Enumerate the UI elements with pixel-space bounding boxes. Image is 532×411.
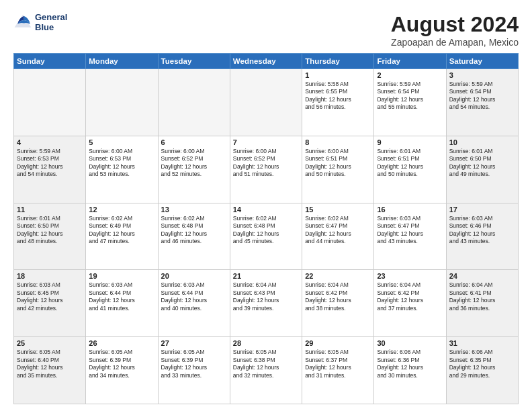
day-number: 25 bbox=[17, 339, 83, 347]
day-info: Sunrise: 6:00 AM Sunset: 6:52 PM Dayligh… bbox=[233, 148, 299, 179]
calendar-cell bbox=[158, 69, 230, 136]
day-info: Sunrise: 6:01 AM Sunset: 6:50 PM Dayligh… bbox=[17, 215, 83, 246]
day-info: Sunrise: 5:59 AM Sunset: 6:54 PM Dayligh… bbox=[377, 81, 443, 111]
calendar-cell: 17Sunrise: 6:03 AM Sunset: 6:46 PM Dayli… bbox=[446, 203, 518, 270]
day-info: Sunrise: 6:05 AM Sunset: 6:38 PM Dayligh… bbox=[233, 349, 299, 379]
day-number: 5 bbox=[89, 138, 154, 146]
day-number: 30 bbox=[377, 339, 443, 347]
day-number: 17 bbox=[449, 205, 515, 214]
calendar-header-tuesday: Tuesday bbox=[158, 54, 230, 69]
day-number: 31 bbox=[449, 339, 515, 347]
day-number: 14 bbox=[233, 205, 299, 214]
day-info: Sunrise: 6:00 AM Sunset: 6:53 PM Dayligh… bbox=[89, 148, 154, 179]
day-number: 18 bbox=[17, 272, 83, 280]
day-info: Sunrise: 6:05 AM Sunset: 6:37 PM Dayligh… bbox=[305, 349, 371, 379]
day-number: 29 bbox=[305, 339, 371, 347]
calendar-cell: 23Sunrise: 6:04 AM Sunset: 6:42 PM Dayli… bbox=[374, 270, 446, 337]
calendar-cell: 29Sunrise: 6:05 AM Sunset: 6:37 PM Dayli… bbox=[302, 337, 374, 404]
calendar-header-friday: Friday bbox=[374, 54, 446, 69]
day-number: 11 bbox=[17, 205, 83, 214]
calendar-cell: 21Sunrise: 6:04 AM Sunset: 6:43 PM Dayli… bbox=[230, 270, 302, 337]
title-block: August 2024 Zapoapan de Amapan, Mexico bbox=[391, 12, 519, 48]
calendar-cell: 30Sunrise: 6:06 AM Sunset: 6:36 PM Dayli… bbox=[374, 337, 446, 404]
calendar-cell: 6Sunrise: 6:00 AM Sunset: 6:52 PM Daylig… bbox=[158, 136, 230, 203]
day-info: Sunrise: 6:00 AM Sunset: 6:51 PM Dayligh… bbox=[305, 148, 371, 179]
subtitle: Zapoapan de Amapan, Mexico bbox=[391, 37, 519, 48]
day-number: 26 bbox=[89, 339, 154, 347]
day-number: 3 bbox=[449, 71, 515, 79]
day-number: 4 bbox=[17, 138, 83, 146]
day-info: Sunrise: 6:03 AM Sunset: 6:45 PM Dayligh… bbox=[17, 281, 83, 312]
calendar-week-1: 1Sunrise: 5:58 AM Sunset: 6:55 PM Daylig… bbox=[14, 69, 519, 136]
day-number: 20 bbox=[161, 272, 227, 280]
day-number: 12 bbox=[89, 205, 154, 214]
logo-text: General Blue bbox=[35, 12, 67, 32]
calendar-cell: 5Sunrise: 6:00 AM Sunset: 6:53 PM Daylig… bbox=[86, 136, 158, 203]
day-info: Sunrise: 6:03 AM Sunset: 6:44 PM Dayligh… bbox=[89, 281, 154, 312]
calendar-cell: 12Sunrise: 6:02 AM Sunset: 6:49 PM Dayli… bbox=[86, 203, 158, 270]
calendar-header-row: SundayMondayTuesdayWednesdayThursdayFrid… bbox=[14, 54, 519, 69]
calendar-cell: 9Sunrise: 6:01 AM Sunset: 6:51 PM Daylig… bbox=[374, 136, 446, 203]
day-info: Sunrise: 5:59 AM Sunset: 6:54 PM Dayligh… bbox=[449, 81, 515, 111]
day-info: Sunrise: 6:04 AM Sunset: 6:41 PM Dayligh… bbox=[449, 281, 515, 312]
calendar-cell: 28Sunrise: 6:05 AM Sunset: 6:38 PM Dayli… bbox=[230, 337, 302, 404]
day-number: 22 bbox=[305, 272, 371, 280]
calendar-cell: 2Sunrise: 5:59 AM Sunset: 6:54 PM Daylig… bbox=[374, 69, 446, 136]
day-info: Sunrise: 6:02 AM Sunset: 6:49 PM Dayligh… bbox=[89, 215, 154, 246]
day-number: 24 bbox=[449, 272, 515, 280]
calendar-cell: 10Sunrise: 6:01 AM Sunset: 6:50 PM Dayli… bbox=[446, 136, 518, 203]
calendar-header-thursday: Thursday bbox=[302, 54, 374, 69]
day-info: Sunrise: 6:06 AM Sunset: 6:35 PM Dayligh… bbox=[449, 349, 515, 379]
day-info: Sunrise: 6:03 AM Sunset: 6:47 PM Dayligh… bbox=[377, 215, 443, 246]
calendar-cell: 20Sunrise: 6:03 AM Sunset: 6:44 PM Dayli… bbox=[158, 270, 230, 337]
day-number: 2 bbox=[377, 71, 443, 79]
day-number: 23 bbox=[377, 272, 443, 280]
day-info: Sunrise: 6:01 AM Sunset: 6:50 PM Dayligh… bbox=[449, 148, 515, 179]
calendar-cell: 15Sunrise: 6:02 AM Sunset: 6:47 PM Dayli… bbox=[302, 203, 374, 270]
calendar-cell: 3Sunrise: 5:59 AM Sunset: 6:54 PM Daylig… bbox=[446, 69, 518, 136]
calendar-cell: 11Sunrise: 6:01 AM Sunset: 6:50 PM Dayli… bbox=[14, 203, 86, 270]
calendar-cell bbox=[14, 69, 86, 136]
day-info: Sunrise: 6:05 AM Sunset: 6:39 PM Dayligh… bbox=[89, 349, 154, 379]
calendar-cell: 8Sunrise: 6:00 AM Sunset: 6:51 PM Daylig… bbox=[302, 136, 374, 203]
day-info: Sunrise: 6:05 AM Sunset: 6:40 PM Dayligh… bbox=[17, 349, 83, 379]
day-number: 6 bbox=[161, 138, 227, 146]
day-number: 28 bbox=[233, 339, 299, 347]
day-number: 8 bbox=[305, 138, 371, 146]
day-info: Sunrise: 6:04 AM Sunset: 6:43 PM Dayligh… bbox=[233, 281, 299, 312]
calendar-cell bbox=[86, 69, 158, 136]
calendar-header-sunday: Sunday bbox=[14, 54, 86, 69]
calendar-cell: 22Sunrise: 6:04 AM Sunset: 6:42 PM Dayli… bbox=[302, 270, 374, 337]
calendar-week-5: 25Sunrise: 6:05 AM Sunset: 6:40 PM Dayli… bbox=[14, 337, 519, 404]
calendar-cell: 26Sunrise: 6:05 AM Sunset: 6:39 PM Dayli… bbox=[86, 337, 158, 404]
logo-icon bbox=[13, 13, 32, 32]
calendar-header-wednesday: Wednesday bbox=[230, 54, 302, 69]
calendar-cell: 25Sunrise: 6:05 AM Sunset: 6:40 PM Dayli… bbox=[14, 337, 86, 404]
day-info: Sunrise: 6:01 AM Sunset: 6:51 PM Dayligh… bbox=[377, 148, 443, 179]
day-number: 9 bbox=[377, 138, 443, 146]
day-number: 7 bbox=[233, 138, 299, 146]
day-number: 21 bbox=[233, 272, 299, 280]
calendar-cell: 13Sunrise: 6:02 AM Sunset: 6:48 PM Dayli… bbox=[158, 203, 230, 270]
day-info: Sunrise: 6:03 AM Sunset: 6:46 PM Dayligh… bbox=[449, 215, 515, 246]
calendar-cell: 19Sunrise: 6:03 AM Sunset: 6:44 PM Dayli… bbox=[86, 270, 158, 337]
calendar-cell bbox=[230, 69, 302, 136]
day-number: 27 bbox=[161, 339, 227, 347]
calendar-cell: 16Sunrise: 6:03 AM Sunset: 6:47 PM Dayli… bbox=[374, 203, 446, 270]
day-info: Sunrise: 6:05 AM Sunset: 6:39 PM Dayligh… bbox=[161, 349, 227, 379]
day-number: 1 bbox=[305, 71, 371, 79]
calendar-cell: 18Sunrise: 6:03 AM Sunset: 6:45 PM Dayli… bbox=[14, 270, 86, 337]
calendar-cell: 1Sunrise: 5:58 AM Sunset: 6:55 PM Daylig… bbox=[302, 69, 374, 136]
calendar-cell: 4Sunrise: 5:59 AM Sunset: 6:53 PM Daylig… bbox=[14, 136, 86, 203]
page: General Blue August 2024 Zapoapan de Ama… bbox=[0, 0, 532, 411]
calendar-week-4: 18Sunrise: 6:03 AM Sunset: 6:45 PM Dayli… bbox=[14, 270, 519, 337]
calendar-week-3: 11Sunrise: 6:01 AM Sunset: 6:50 PM Dayli… bbox=[14, 203, 519, 270]
calendar-header-monday: Monday bbox=[86, 54, 158, 69]
day-info: Sunrise: 6:04 AM Sunset: 6:42 PM Dayligh… bbox=[377, 281, 443, 312]
day-number: 19 bbox=[89, 272, 154, 280]
calendar-cell: 27Sunrise: 6:05 AM Sunset: 6:39 PM Dayli… bbox=[158, 337, 230, 404]
day-number: 13 bbox=[161, 205, 227, 214]
day-number: 15 bbox=[305, 205, 371, 214]
day-info: Sunrise: 5:59 AM Sunset: 6:53 PM Dayligh… bbox=[17, 148, 83, 179]
day-info: Sunrise: 6:03 AM Sunset: 6:44 PM Dayligh… bbox=[161, 281, 227, 312]
